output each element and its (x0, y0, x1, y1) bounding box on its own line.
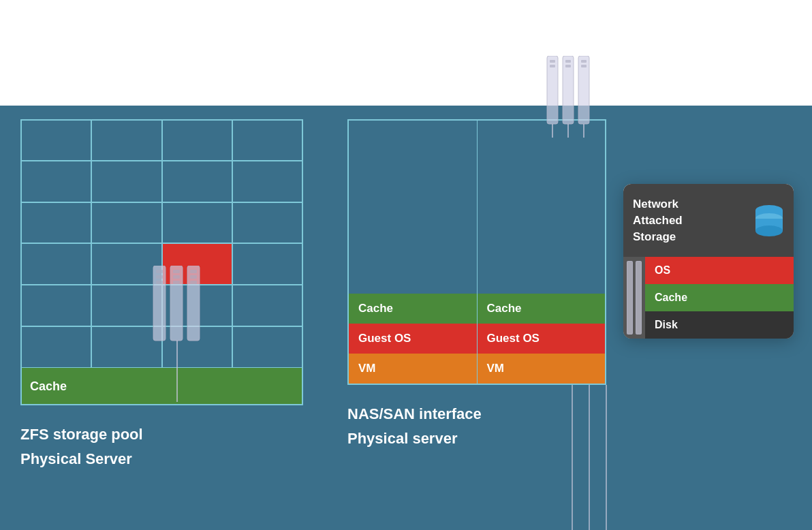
svg-rect-11 (190, 281, 197, 284)
svg-rect-20 (581, 60, 587, 63)
zfs-cell-r1c1 (20, 119, 91, 161)
server-right-cache: Cache (478, 294, 606, 324)
zfs-cell-r2c3 (162, 161, 233, 202)
nas-sticks (623, 257, 645, 339)
svg-rect-9 (190, 270, 197, 273)
server-right-vm: VM (478, 354, 606, 384)
zfs-cell-r3c4 (232, 202, 303, 244)
nas-stick-1 (627, 261, 633, 334)
svg-rect-15 (550, 65, 555, 67)
zfs-cell-r3c1 (20, 202, 91, 244)
nas-stick-2 (636, 261, 642, 334)
zfs-cell-r2c1 (20, 161, 91, 202)
server-left-guestos: Guest OS (349, 324, 477, 354)
zfs-cell-r2c2 (91, 161, 162, 202)
nas-san-label: NAS/SAN interface (347, 405, 482, 423)
zfs-cell-r1c4 (232, 119, 303, 161)
top-white-area (0, 0, 812, 106)
svg-rect-18 (565, 65, 571, 67)
server-panel: Cache Guest OS VM Cache Guest OS VM (347, 119, 606, 385)
physical-server-label-left: Physical Server (20, 450, 143, 468)
server-left-col: Cache Guest OS VM (349, 121, 478, 384)
nas-panel: Network Attached Storage OS Cache Disk (623, 184, 794, 339)
nas-layers: OS Cache Disk (645, 257, 794, 339)
zfs-labels: ZFS storage pool Physical Server (20, 426, 143, 468)
zfs-cell-r5c4 (232, 285, 303, 326)
server-right-col: Cache Guest OS VM (478, 121, 606, 384)
zfs-cell-r5c1 (20, 285, 91, 326)
server-memory-sticks (544, 56, 598, 138)
database-icon (754, 204, 784, 238)
svg-rect-10 (190, 275, 197, 279)
nas-cache-label: Cache (645, 284, 794, 311)
nas-disk-label: Disk (645, 311, 794, 339)
zfs-cell-r3c2 (91, 202, 162, 244)
nas-os-label: OS (645, 257, 794, 284)
svg-rect-1 (156, 270, 163, 273)
server-labels: NAS/SAN interface Physical server (347, 405, 482, 448)
svg-rect-14 (550, 60, 555, 63)
nas-title: Network Attached Storage (633, 196, 745, 245)
nas-title-text: Network Attached Storage (633, 198, 683, 243)
svg-rect-6 (173, 275, 180, 279)
svg-rect-21 (581, 65, 587, 67)
zfs-memory-sticks (150, 266, 204, 402)
server-right-guestos: Guest OS (478, 324, 606, 354)
nas-body: OS Cache Disk (623, 257, 794, 339)
zfs-cell-r4c1 (20, 243, 91, 285)
physical-server-label-middle: Physical server (347, 430, 482, 448)
zfs-cell-r2c4 (232, 161, 303, 202)
zfs-cell-r3c3 (162, 202, 233, 244)
zfs-cell-r6c1 (20, 326, 91, 368)
zfs-cell-r1c3 (162, 119, 233, 161)
server-left-cache: Cache (349, 294, 477, 324)
nas-header: Network Attached Storage (623, 184, 794, 257)
zfs-cell-r6c4 (232, 326, 303, 368)
zfs-cell-r1c2 (91, 119, 162, 161)
svg-rect-17 (565, 60, 571, 63)
zfs-cache-label: Cache (30, 379, 67, 394)
svg-point-32 (755, 225, 783, 236)
svg-rect-7 (173, 281, 180, 284)
server-left-vm: VM (349, 354, 477, 384)
zfs-pool-label: ZFS storage pool (20, 426, 143, 443)
server-connection-lines (559, 385, 627, 530)
svg-rect-3 (156, 281, 163, 284)
svg-rect-2 (156, 275, 163, 279)
zfs-cell-r4c4 (232, 243, 303, 285)
svg-rect-5 (173, 270, 180, 273)
